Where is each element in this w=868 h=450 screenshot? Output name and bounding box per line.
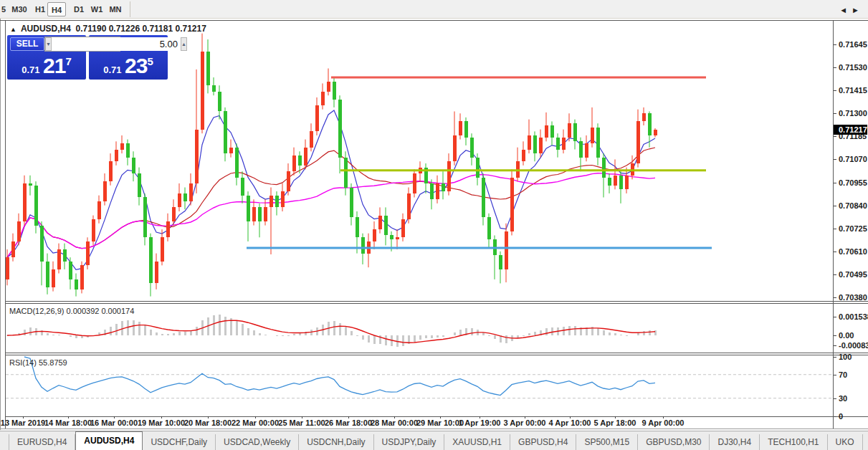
candle-down	[143, 197, 147, 237]
timeframe-toolbar: 5M30H1H4D1W1MN	[0, 0, 868, 19]
candle-up	[11, 241, 15, 257]
chart-tab-bar: EURUSD,H4AUDUSD,H4USDCHF,DailyUSDCAD,Wee…	[0, 431, 868, 450]
candle-up	[447, 161, 451, 191]
macd-value-main: 0.000392	[66, 307, 99, 315]
macd-histogram-bar	[545, 328, 548, 335]
candle-up	[229, 148, 233, 153]
timeframe-button-h1[interactable]: H1	[32, 2, 49, 16]
candle-up	[522, 150, 525, 162]
volume-decrease-icon[interactable]: ▼	[45, 37, 52, 51]
candle-down	[464, 121, 468, 137]
macd-histogram-bar	[649, 330, 651, 335]
macd-axis-tick: 0.001538	[834, 312, 868, 321]
candle-up	[585, 143, 588, 158]
volume-increase-icon[interactable]: ▲	[181, 37, 187, 51]
macd-histogram-bar	[270, 335, 272, 336]
time-axis-tick	[208, 416, 209, 418]
macd-histogram-bar	[551, 327, 553, 335]
candle-down	[63, 249, 67, 262]
tab-scroll-left-icon[interactable]: ◄	[839, 6, 852, 14]
volume-input[interactable]	[52, 37, 181, 51]
macd-histogram-bar	[178, 332, 181, 335]
candle-down	[298, 155, 302, 166]
chart-tab-sp500-m15[interactable]: SP500,M15	[576, 434, 638, 450]
timeframe-button-h4[interactable]: H4	[47, 2, 66, 16]
time-axis[interactable]: 13 Mar 201914 Mar 18:0016 Mar 00:0019 Ma…	[6, 416, 833, 429]
candle-up	[80, 265, 84, 289]
candle-up	[161, 237, 164, 261]
candle-up	[115, 150, 118, 162]
macd-histogram-bar	[603, 330, 605, 335]
timeframe-button-w1[interactable]: W1	[87, 2, 106, 16]
chart-tab-audusd-h4[interactable]: AUDUSD,H4	[75, 431, 143, 450]
macd-histogram-bar	[419, 335, 421, 340]
main-price-chart[interactable]	[6, 21, 833, 301]
macd-histogram-bar	[29, 327, 32, 335]
macd-histogram-bar	[437, 335, 439, 338]
macd-histogram-bar	[47, 333, 49, 335]
candle-down	[573, 123, 577, 141]
time-axis-label: 5 Apr 18:00	[594, 418, 636, 427]
candle-up	[252, 207, 256, 221]
chart-tab-usdjpy-daily[interactable]: USDJPY,Daily	[374, 434, 445, 450]
candle-up	[378, 216, 382, 230]
macd-histogram-bar	[368, 335, 370, 343]
candle-up	[92, 219, 95, 241]
price-axis-tick: 0.70495	[834, 270, 868, 279]
price-axis[interactable]: 0.716450.715300.714150.713000.711850.710…	[834, 21, 868, 428]
candle-up	[57, 249, 61, 269]
candle-up	[545, 125, 548, 138]
chart-tab-usdcnh-daily[interactable]: USDCNH,Daily	[299, 434, 373, 450]
chart-tab-dj30-h4[interactable]: DJ30,H4	[710, 434, 760, 450]
candle-down	[430, 183, 434, 199]
macd-histogram-bar	[213, 315, 215, 335]
candle-down	[75, 279, 78, 289]
chart-tab-usdcad-weekly[interactable]: USDCAD,Weekly	[216, 434, 299, 450]
macd-histogram-bar	[173, 333, 175, 335]
chart-tab-usdchf-daily[interactable]: USDCHF,Daily	[143, 434, 216, 450]
macd-histogram-bar	[442, 335, 444, 337]
timeframe-button-d1[interactable]: D1	[70, 2, 88, 16]
macd-label: MACD(12,26,9) 0.000392 0.000174	[9, 307, 134, 315]
time-axis-tick	[570, 416, 571, 418]
candle-up	[17, 221, 21, 241]
chart-tab-tech100-h1[interactable]: TECH100,H1	[760, 434, 827, 450]
tab-scroll-right-icon[interactable]: ►	[852, 6, 864, 14]
macd-histogram-bar	[150, 330, 152, 335]
timeframe-button-mn[interactable]: MN	[105, 2, 125, 16]
macd-histogram-bar	[402, 335, 404, 346]
sell-button[interactable]: SELL	[10, 37, 44, 51]
timeframe-button-m30[interactable]: M30	[9, 2, 30, 16]
candle-down	[183, 193, 187, 201]
timeframe-button-5[interactable]: 5	[0, 2, 7, 16]
macd-histogram-bar	[494, 335, 496, 339]
macd-histogram-bar	[614, 333, 616, 335]
chart-tab-xauusd-h1[interactable]: XAUUSD,H1	[444, 434, 510, 450]
chart-tab-gbpusd-h4[interactable]: GBPUSD,H4	[510, 434, 576, 450]
macd-histogram-bar	[597, 328, 599, 335]
candle-up	[510, 178, 514, 231]
macd-histogram-bar	[345, 327, 347, 335]
candle-down	[579, 141, 583, 157]
candle-up	[396, 237, 399, 239]
candle-down	[46, 262, 49, 287]
time-axis-label: 26 Mar 18:00	[325, 418, 372, 427]
candle-up	[568, 123, 571, 138]
chart-tab-eurusd-h4[interactable]: EURUSD,H4	[9, 434, 75, 450]
chart-tab-uko[interactable]: UKO	[828, 434, 863, 450]
candle-down	[487, 217, 491, 239]
chart-tab-gbpusd-m30[interactable]: GBPUSD,M30	[638, 434, 710, 450]
candle-up	[270, 196, 273, 208]
time-axis-tick	[440, 416, 441, 418]
candle-up	[407, 193, 411, 219]
macd-histogram-bar	[236, 321, 238, 335]
price-axis-tick: 0.71645	[834, 40, 868, 49]
volume-spinner: ▼ ▲	[44, 37, 120, 52]
macd-pane-bottom-border	[6, 353, 868, 353]
macd-histogram-bar	[631, 335, 634, 336]
candle-down	[384, 216, 388, 236]
time-axis-tick	[255, 416, 256, 418]
macd-histogram-bar	[643, 331, 645, 335]
macd-histogram-bar	[110, 327, 112, 335]
candle-down	[648, 113, 652, 135]
